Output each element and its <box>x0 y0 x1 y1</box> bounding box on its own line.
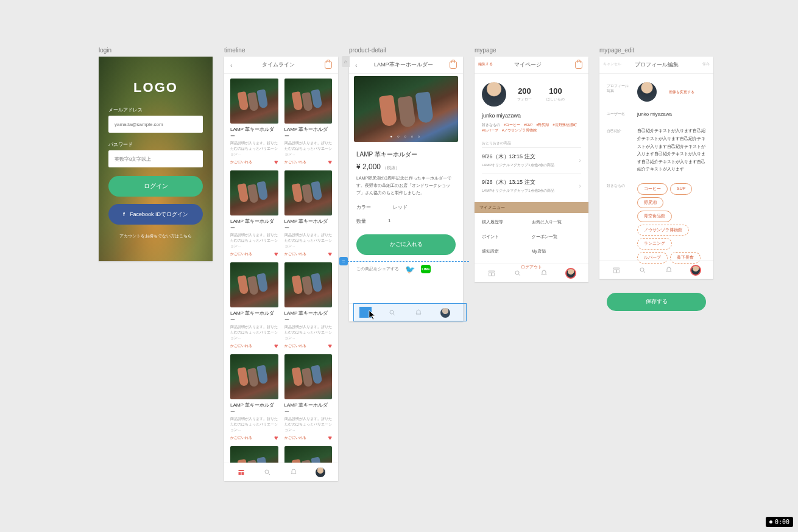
order-row-2[interactable]: 9/26（木）13:15 注文LAMPオリジナルマグカップ1点他2点の商品 › <box>482 173 581 198</box>
timeline-scroll[interactable]: LAMP 革キーホルダー 商品説明が入ります。折りたたむのはちょっとバリエーショ… <box>224 74 338 463</box>
add-to-cart-button[interactable]: かごに入れる <box>356 234 456 255</box>
home-icon[interactable] <box>487 269 496 278</box>
timeline-card[interactable]: LAMP 革キーホルダー 商品説明が入ります。折りたたむのはちょっとバリエーショ… <box>230 170 278 257</box>
product-hero-image[interactable]: ● ○ ○ ○ ○ <box>354 76 458 142</box>
card-image[interactable] <box>230 446 278 463</box>
tag-pill[interactable]: ノウサンゾラ博物館 <box>637 225 689 236</box>
bio-value[interactable]: 自己紹介テキストが入ります自己紹介テキストが入ります自己紹介テキストが入ります自… <box>637 127 706 173</box>
timeline-card[interactable]: LAMP 革キーホルダー 商品説明が入ります。折りたたむのはちょっとバリエーショ… <box>284 170 333 257</box>
twitter-icon[interactable]: 🐦 <box>405 265 415 274</box>
card-cart-link[interactable]: かごにいれる <box>284 343 306 349</box>
search-icon[interactable] <box>388 309 397 317</box>
artboard-timeline[interactable]: ‹ タイムライン LAMP 革キーホルダー 商品説明が入ります。折りたたむのはち… <box>224 57 338 481</box>
change-photo-link[interactable]: 画像を変更する <box>669 89 694 96</box>
back-icon[interactable]: ‹ <box>230 61 233 69</box>
heart-icon[interactable]: ♥ <box>328 342 332 349</box>
cart-icon[interactable] <box>575 61 582 69</box>
timeline-card[interactable]: LAMP 革キーホルダー 商品説明が入ります。折りたたむのはちょっとバリエーショ… <box>230 262 278 349</box>
profile-tab-avatar[interactable] <box>316 467 325 477</box>
save-top-link[interactable]: 保存 <box>702 61 710 67</box>
order-row-1[interactable]: 9/26（木）13:15 注文LAMPオリジナルマグカップ1点他2点の商品 › <box>482 147 581 173</box>
card-image[interactable] <box>284 262 333 307</box>
facebook-login-button[interactable]: f Facebook IDでログイン <box>108 204 203 225</box>
design-canvas[interactable]: login timeline product-detail mypage myp… <box>0 0 798 532</box>
card-image[interactable] <box>230 79 278 124</box>
heart-icon[interactable]: ♥ <box>274 342 278 349</box>
profile-tag[interactable]: #ルバーブ <box>482 128 498 132</box>
card-image[interactable] <box>230 262 278 307</box>
wishlist-stat[interactable]: 100ほしいもの <box>546 86 565 102</box>
cancel-link[interactable]: キャンセル <box>603 61 621 67</box>
timeline-card[interactable]: LAMP 革キーホルダー 商品説明が入ります。折りたたむのはちょっとバリエーショ… <box>230 354 278 441</box>
heart-icon[interactable]: ♥ <box>328 434 332 441</box>
card-image[interactable] <box>284 354 333 399</box>
edit-link[interactable]: 編集する <box>478 61 493 67</box>
profile-tag[interactable]: #コーヒー <box>504 123 520 127</box>
home-icon[interactable] <box>612 266 621 275</box>
profile-avatar[interactable] <box>637 82 657 102</box>
bell-icon[interactable] <box>540 269 548 278</box>
profile-tag[interactable]: #長野県信濃町 <box>553 123 577 127</box>
bell-icon[interactable] <box>665 266 673 275</box>
link-points[interactable]: ポイント <box>482 234 532 240</box>
cart-icon[interactable] <box>325 61 332 69</box>
bell-icon[interactable] <box>289 468 298 477</box>
profile-tab-avatar[interactable] <box>566 268 576 278</box>
link-notifications[interactable]: 通知設定 <box>482 248 532 254</box>
heart-icon[interactable]: ♥ <box>328 158 332 166</box>
tag-pill[interactable]: ランニング <box>637 238 672 250</box>
timeline-card[interactable]: LAMP 革キーホルダー 商品説明が入ります。折りたたむのはちょっとバリエーショ… <box>230 446 278 463</box>
tag-pill[interactable]: コーヒー <box>637 183 668 195</box>
profile-tab-avatar[interactable] <box>440 308 450 318</box>
profile-tag[interactable]: #ノウサンゾラ博物館 <box>502 128 537 132</box>
carousel-dots[interactable]: ● ○ ○ ○ ○ <box>354 135 458 138</box>
card-image[interactable] <box>284 79 333 124</box>
timeline-card[interactable]: LAMP 革キーホルダー 商品説明が入ります。折りたたむのはちょっとバリエーショ… <box>284 446 333 463</box>
timeline-card[interactable]: LAMP 革キーホルダー 商品説明が入ります。折りたたむのはちょっとバリエーショ… <box>284 354 333 441</box>
save-button[interactable]: 保存する <box>607 293 706 311</box>
profile-tab-avatar[interactable] <box>691 265 701 275</box>
link-coupons[interactable]: クーポン一覧 <box>532 234 582 240</box>
card-cart-link[interactable]: かごにいれる <box>284 435 306 441</box>
product-color-row[interactable]: カラー レッド <box>349 200 463 214</box>
profile-tag[interactable]: #SUP <box>524 123 532 127</box>
profile-avatar[interactable] <box>482 82 506 107</box>
heart-icon[interactable]: ♥ <box>274 434 278 441</box>
product-qty-row[interactable]: 数量 1 <box>349 214 463 228</box>
card-image[interactable] <box>284 446 333 463</box>
link-my-store[interactable]: My店舗 <box>532 248 582 254</box>
search-icon[interactable] <box>514 269 522 278</box>
link-favorites[interactable]: お気に入り一覧 <box>532 219 582 225</box>
password-field[interactable] <box>108 150 203 167</box>
search-icon[interactable] <box>263 468 272 477</box>
timeline-card[interactable]: LAMP 革キーホルダー 商品説明が入ります。折りたたむのはちょっとバリエーショ… <box>284 79 333 166</box>
profile-tag[interactable]: #野尻湖 <box>536 123 549 127</box>
heart-icon[interactable]: ♥ <box>328 250 332 257</box>
heart-icon[interactable]: ♥ <box>274 250 278 257</box>
home-icon[interactable] <box>362 309 370 317</box>
artboard-mypage[interactable]: 編集する マイページ 200フォロー 100ほしいもの junko miyaza… <box>475 57 588 282</box>
card-cart-link[interactable]: かごにいれる <box>230 343 252 349</box>
cart-icon[interactable] <box>450 61 457 69</box>
home-icon[interactable] <box>237 468 245 477</box>
tag-pill[interactable]: 青空食品館 <box>637 211 672 222</box>
artboard-mypage-edit[interactable]: キャンセル プロフィール編集 保存 プロフィール写真 画像を変更する ユーザー名… <box>599 57 713 279</box>
card-cart-link[interactable]: かごにいれる <box>230 159 252 165</box>
login-button[interactable]: ログイン <box>108 176 203 197</box>
timeline-card[interactable]: LAMP 革キーホルダー 商品説明が入ります。折りたたむのはちょっとバリエーショ… <box>230 79 278 166</box>
artboard-login[interactable]: LOGO メールアドレス パスワード ログイン f Facebook IDでログ… <box>99 57 213 261</box>
card-image[interactable] <box>230 170 278 215</box>
heart-icon[interactable]: ♥ <box>274 158 278 166</box>
card-image[interactable] <box>284 170 333 215</box>
signup-link[interactable]: アカウントをお持ちでない方はこちら <box>108 233 203 239</box>
artboard-product-detail[interactable]: ⌂ ‹ LAMP革キーホールダー ● ○ ○ ○ ○ LAMP 革キーホルダー … <box>349 57 463 321</box>
follow-stat[interactable]: 200フォロー <box>517 86 532 102</box>
card-cart-link[interactable]: かごにいれる <box>230 251 252 257</box>
tag-pill[interactable]: 野尻湖 <box>637 197 663 209</box>
email-field[interactable] <box>108 116 203 133</box>
timeline-card[interactable]: LAMP 革キーホルダー 商品説明が入ります。折りたたむのはちょっとバリエーショ… <box>284 262 333 349</box>
back-icon[interactable]: ‹ <box>355 61 358 69</box>
card-cart-link[interactable]: かごにいれる <box>230 435 252 441</box>
bell-icon[interactable] <box>414 309 423 317</box>
selection-guide-handle[interactable]: = <box>339 257 348 265</box>
